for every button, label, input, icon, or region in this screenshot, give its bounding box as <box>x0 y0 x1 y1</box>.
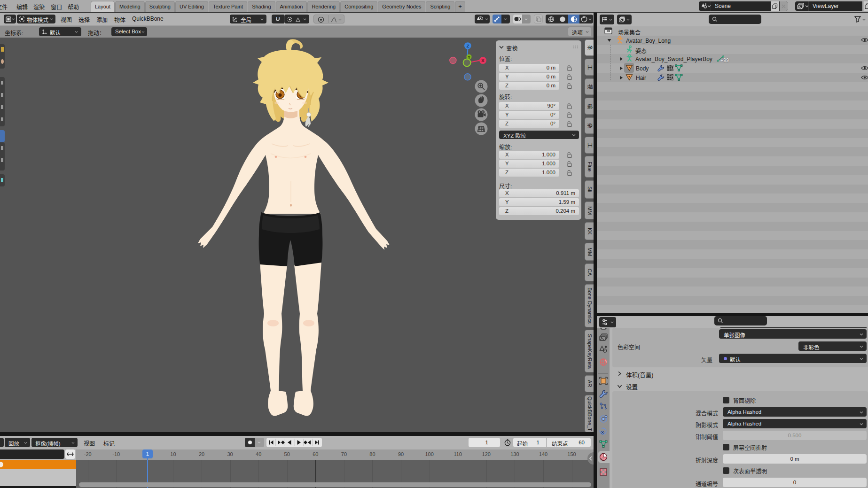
svg-text:X: X <box>481 58 485 63</box>
svg-text:Z: Z <box>466 43 469 48</box>
